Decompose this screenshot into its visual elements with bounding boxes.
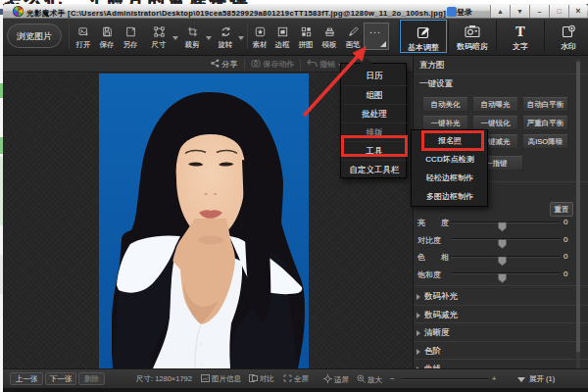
svg-text:T: T xyxy=(515,24,525,38)
